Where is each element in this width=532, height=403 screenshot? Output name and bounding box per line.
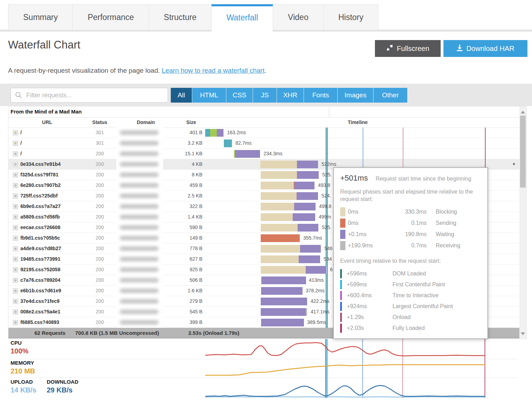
request-url: 19485.css?73991 — [20, 254, 60, 264]
timing-bar-waiting — [297, 192, 318, 200]
timing-bar-waiting — [262, 277, 306, 284]
blurred-domain — [120, 267, 158, 272]
tab-bar: SummaryPerformanceStructureWaterfallVide… — [8, 4, 378, 32]
phase-duration: 190.8ms — [387, 231, 427, 238]
request-url: 6b9e0.css?a7a27 — [20, 201, 60, 212]
request-size: 8 KB — [160, 170, 202, 180]
scrollbar-thumb[interactable] — [520, 116, 526, 188]
filter-button-css[interactable]: CSS — [226, 88, 253, 103]
request-url: / — [20, 149, 22, 159]
table-row[interactable]: +/3013.2 KB82.7ms — [8, 138, 519, 149]
request-url: / — [20, 138, 22, 148]
expand-row-icon[interactable]: + — [13, 288, 18, 294]
expand-row-icon[interactable]: + — [13, 246, 18, 252]
timing-bar-blocking — [261, 224, 298, 232]
expand-row-icon[interactable]: + — [13, 130, 18, 136]
expand-row-icon[interactable]: + — [13, 214, 18, 220]
expand-row-icon[interactable]: + — [13, 320, 18, 325]
filter-button-xhr[interactable]: XHR — [277, 88, 304, 103]
download-label: DOWNLOAD — [47, 379, 78, 385]
events-heading: Event timing relative to the request sta… — [340, 258, 481, 265]
scroll-down-arrow-icon[interactable] — [521, 332, 525, 335]
request-status: 200 — [93, 317, 107, 327]
request-url: 6e280.css?907b2 — [20, 180, 60, 190]
phase-row: +190.9ms0.7msReceiving — [340, 240, 481, 251]
row-dropdown-caret-icon[interactable]: ▼ — [512, 159, 516, 169]
expand-row-icon[interactable]: + — [13, 299, 18, 304]
tab-summary[interactable]: Summary — [8, 4, 73, 30]
phase-name: Blocking — [436, 209, 457, 215]
expand-row-icon[interactable]: + — [13, 225, 18, 230]
download-har-button[interactable]: Download HAR — [443, 40, 527, 57]
event-name: First Contentful Paint — [392, 281, 445, 288]
vertical-scrollbar[interactable] — [519, 106, 526, 339]
expand-row-icon[interactable]: + — [13, 162, 18, 167]
table-row[interactable]: +/20015.1 KB234.3ms — [8, 149, 519, 159]
filter-requests-field[interactable] — [11, 88, 168, 103]
download-rate-line — [206, 385, 485, 396]
request-size: 590 B — [160, 222, 202, 233]
search-icon — [15, 92, 22, 99]
memory-value: 210 MB — [11, 367, 35, 375]
event-color-bar — [340, 302, 342, 311]
filter-button-fonts[interactable]: Fonts — [304, 88, 337, 103]
blurred-domain — [120, 204, 158, 209]
phase-list: 0ms330.3msBlocking0ms0.1msSending+0.1ms1… — [340, 207, 481, 251]
fullscreen-button[interactable]: Fullscreen — [375, 40, 441, 57]
request-status: 200 — [93, 265, 107, 275]
timing-bar-waiting — [294, 182, 314, 189]
expand-row-icon[interactable]: + — [13, 235, 18, 241]
tab-history[interactable]: History — [324, 4, 379, 30]
request-type-filters: AllHTMLCSSJSXHRFontsImagesOther — [171, 88, 407, 103]
table-row[interactable]: +/301401 B163.2ms — [8, 128, 519, 138]
waterfall-help-link[interactable]: Learn how to read a waterfall chart — [162, 67, 265, 74]
filter-button-js[interactable]: JS — [253, 88, 277, 103]
expand-row-icon[interactable]: + — [13, 141, 18, 146]
filter-button-html[interactable]: HTML — [192, 88, 226, 103]
expand-row-icon[interactable]: + — [13, 204, 18, 209]
blurred-domain — [120, 141, 158, 145]
expand-row-icon[interactable]: + — [13, 256, 18, 262]
request-status: 200 — [93, 307, 107, 317]
request-size: 545 B — [160, 307, 202, 317]
phase-color-swatch — [340, 207, 345, 216]
phase-duration: 0.1ms — [387, 220, 427, 226]
request-status: 200 — [93, 243, 107, 254]
blurred-domain — [120, 130, 158, 135]
request-duration-label: 355.7ms — [303, 233, 322, 243]
event-name: Time to Interactive — [392, 292, 439, 299]
expand-row-icon[interactable]: + — [13, 267, 18, 273]
expand-row-icon[interactable]: + — [13, 278, 18, 283]
download-har-label: Download HAR — [466, 45, 514, 53]
event-color-bar — [340, 280, 342, 289]
expand-row-icon[interactable]: + — [13, 309, 18, 315]
download-value: 29 KB/s — [47, 386, 72, 394]
filter-button-images[interactable]: Images — [338, 88, 373, 103]
description-text: A request-by-request visualization of th… — [8, 67, 162, 74]
expand-row-icon[interactable]: + — [13, 151, 18, 157]
tab-video[interactable]: Video — [273, 4, 323, 30]
tab-waterfall[interactable]: Waterfall — [212, 4, 273, 32]
blurred-domain — [120, 173, 158, 177]
request-status: 200 — [93, 170, 107, 180]
expand-row-icon[interactable]: + — [13, 172, 18, 178]
event-time: +599ms — [347, 281, 392, 288]
phase-duration: 330.3ms — [387, 209, 427, 215]
filter-button-all[interactable]: All — [171, 88, 192, 103]
event-row: +2.03sFully Loaded — [340, 323, 481, 333]
domain-column-blur — [116, 128, 163, 329]
expand-row-icon[interactable]: + — [13, 193, 18, 199]
filter-requests-input[interactable] — [26, 91, 168, 99]
request-status: 200 — [93, 159, 107, 169]
timing-bar-waiting — [297, 161, 318, 168]
filter-button-other[interactable]: Other — [374, 88, 407, 103]
request-url: e6b1b.css?d61e9 — [20, 286, 61, 296]
event-row: +1.29sOnload — [340, 312, 481, 323]
scroll-up-arrow-icon[interactable] — [521, 111, 525, 113]
tab-structure[interactable]: Structure — [149, 4, 212, 30]
description-suffix: . — [265, 67, 266, 74]
request-duration-label: 413ms — [309, 275, 324, 285]
tab-performance[interactable]: Performance — [73, 4, 149, 30]
cpu-value: 100% — [11, 347, 28, 355]
expand-row-icon[interactable]: + — [13, 183, 18, 188]
